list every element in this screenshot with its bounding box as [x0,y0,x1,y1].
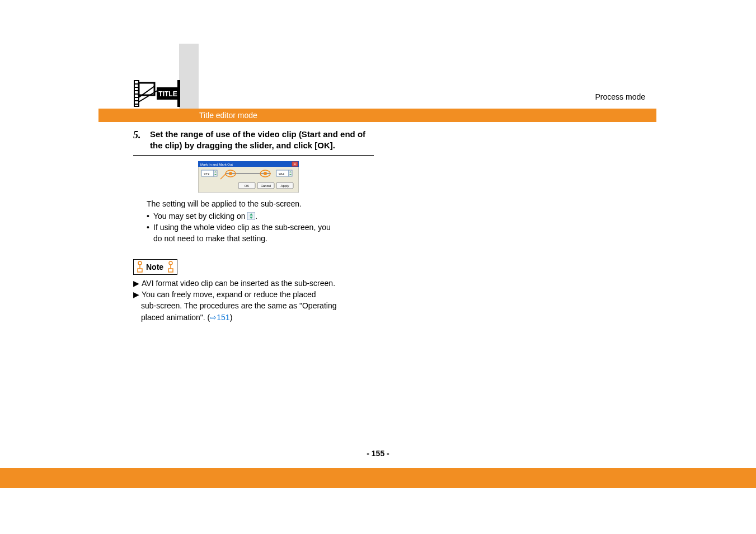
svg-rect-20 [214,170,217,176]
title-icon: TITLE [133,79,180,107]
triangle-icon: ▶ [133,278,139,289]
page-link-151[interactable]: 151 [217,313,229,322]
title-editor-mode-label: Title editor mode [199,109,257,122]
note-box: Note [133,259,177,275]
svg-text:Cancel: Cancel [261,184,271,188]
note-2-line3-prefix: placed animation". ( [141,313,210,322]
bullet-dot-icon: • [147,210,151,222]
bullet-1: • You may set by clicking on . [147,210,374,222]
svg-rect-45 [138,269,142,272]
svg-text:373: 373 [204,172,210,176]
content-column: 5. Set the range of use of the video cli… [133,129,374,323]
svg-text:TITLE: TITLE [158,90,177,98]
note-list: ▶ AVI format video clip can be inserted … [133,278,374,323]
dialog-illustration: Mark In and Mark Out × 373 [198,161,299,195]
page-root: TITLE Process mode Title editor mode 5. … [0,0,756,534]
footer-orange-bar [0,468,756,488]
pin-icon [165,261,177,273]
svg-point-27 [264,172,267,175]
bullet-2-line2: do not need to make that setting. [147,233,374,244]
svg-point-43 [138,261,142,265]
svg-rect-48 [168,269,173,272]
note-2-line3: placed animation". (⇨151) [133,312,374,323]
note-section: Note ▶ AVI format video clip can be inse… [133,259,374,323]
svg-rect-31 [289,170,292,176]
page-number: - 155 - [0,449,756,458]
svg-point-24 [229,172,232,175]
bullet-1-prefix: You may set by clicking on [153,212,247,221]
bullet-2: • If using the whole video clip as the s… [147,222,374,233]
applied-text: The setting will be applied to the sub-s… [147,198,374,209]
svg-text:Apply: Apply [280,184,289,188]
step-row: 5. Set the range of use of the video cli… [133,129,374,156]
bullet-1-suffix: . [255,212,257,221]
note-item-2: ▶ You can freely move, expand or reduce … [133,289,374,300]
step-number: 5. [133,129,145,142]
spinner-icon [247,212,255,219]
pin-icon [134,261,146,273]
svg-rect-13 [178,81,180,106]
bullet-1-text: You may set by clicking on . [153,210,257,222]
svg-point-46 [169,261,172,265]
svg-text:964: 964 [279,172,285,176]
triangle-icon: ▶ [133,289,139,300]
note-label: Note [146,263,165,271]
process-mode-label: Process mode [595,92,645,101]
link-arrow-icon: ⇨ [210,313,217,322]
svg-text:OK: OK [245,184,250,188]
note-1-text: AVI format video clip can be inserted as… [142,278,335,289]
sub-text-block: The setting will be applied to the sub-s… [147,198,374,245]
note-2-line3-suffix: ) [230,313,233,322]
bullet-2-line1: If using the whole video clip as the sub… [153,222,331,233]
note-2-line2: sub-screen. The procedures are the same … [133,300,374,311]
dialog-title-svg: Mark In and Mark Out [200,163,233,166]
step-instruction: Set the range of use of the video clip (… [150,129,374,152]
bullet-dot-icon: • [147,222,151,233]
note-2-line1: You can freely move, expand or reduce th… [142,289,316,300]
section-orange-bar: Title editor mode [98,109,656,122]
svg-text:×: × [294,162,296,166]
note-item-1: ▶ AVI format video clip can be inserted … [133,278,374,289]
